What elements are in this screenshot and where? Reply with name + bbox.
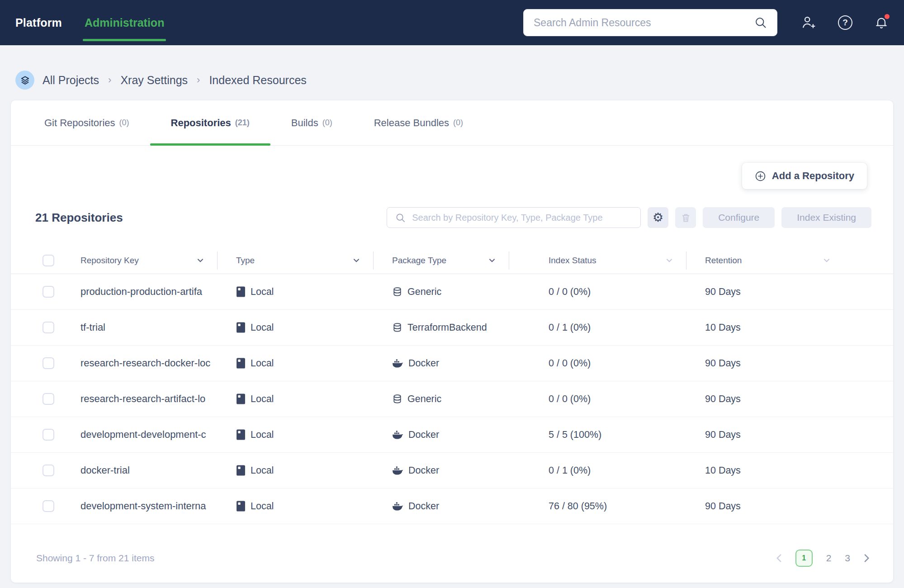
row-checkbox[interactable] <box>43 322 54 333</box>
index-status-cell: 0 / 0 (0%) <box>509 394 686 405</box>
retention-cell: 10 Days <box>686 322 843 333</box>
add-repository-row: Add a Repository <box>11 146 893 189</box>
settings-button[interactable]: ⚙ <box>648 207 668 228</box>
chevron-down-icon[interactable] <box>489 258 495 262</box>
chevron-down-icon[interactable] <box>666 258 672 262</box>
column-header-index-status[interactable]: Index Status <box>509 247 686 274</box>
help-icon[interactable]: ? <box>838 15 852 30</box>
showing-items-label: Showing 1 - 7 from 21 items <box>36 553 154 564</box>
type-label: Local <box>251 501 274 512</box>
generic-package-icon <box>392 394 402 404</box>
row-checkbox[interactable] <box>43 286 54 298</box>
select-all-checkbox[interactable] <box>43 255 54 266</box>
column-label: Type <box>236 256 255 266</box>
index-existing-button[interactable]: Index Existing <box>781 207 871 228</box>
breadcrumb-separator-icon: › <box>108 74 111 86</box>
tab-label: Builds <box>291 117 318 129</box>
table-row[interactable]: tf-trial Local <box>11 310 893 346</box>
resource-tabs: Git Repositories (0) Repositories (21) B… <box>11 100 893 146</box>
table-row[interactable]: research-research-docker-loc Local <box>11 346 893 381</box>
retention-cell: 90 Days <box>686 358 843 369</box>
previous-page-icon[interactable] <box>776 554 782 563</box>
type-label: Local <box>251 394 274 405</box>
table-row[interactable]: production-production-artifa Local <box>11 274 893 310</box>
repository-filter-input[interactable]: Search by Repository Key, Type, Package … <box>387 207 641 228</box>
type-cell: Local <box>217 500 373 512</box>
tab-count: (21) <box>235 118 250 128</box>
projects-layers-icon[interactable] <box>15 71 34 90</box>
tab-builds[interactable]: Builds (0) <box>270 100 353 145</box>
index-status-cell: 0 / 0 (0%) <box>509 358 686 369</box>
type-cell: Local <box>217 393 373 405</box>
package-type-label: Generic <box>407 286 441 298</box>
search-icon <box>754 16 767 29</box>
add-repository-button[interactable]: Add a Repository <box>742 163 867 189</box>
local-repository-icon <box>236 429 246 441</box>
trash-icon <box>681 213 691 223</box>
configure-button[interactable]: Configure <box>703 207 775 228</box>
toolbar-actions: Search by Repository Key, Type, Package … <box>387 207 871 228</box>
docker-icon <box>392 359 403 368</box>
package-type-label: TerraformBackend <box>407 322 487 333</box>
index-status-cell: 5 / 5 (100%) <box>509 429 686 441</box>
retention-cell: 90 Days <box>686 501 843 512</box>
repository-key-cell: research-research-docker-loc <box>62 357 217 369</box>
tab-release-bundles[interactable]: Release Bundles (0) <box>353 100 484 145</box>
page-button-2[interactable]: 2 <box>826 553 832 564</box>
tab-count: (0) <box>453 118 463 128</box>
table-row[interactable]: research-research-artifact-lo Local <box>11 381 893 417</box>
tab-label: Git Repositories <box>44 117 115 129</box>
table-row[interactable]: development-development-c Local <box>11 417 893 453</box>
repository-key-cell: research-research-artifact-lo <box>62 393 217 405</box>
breadcrumb-xray-settings[interactable]: Xray Settings <box>120 74 188 87</box>
tab-repositories[interactable]: Repositories (21) <box>150 100 270 145</box>
column-label: Retention <box>705 256 742 266</box>
page-button-3[interactable]: 3 <box>845 553 850 564</box>
search-icon <box>395 213 406 223</box>
breadcrumb-all-projects[interactable]: All Projects <box>43 74 99 87</box>
row-checkbox[interactable] <box>43 429 54 441</box>
local-repository-icon <box>236 393 246 405</box>
type-cell: Local <box>217 357 373 369</box>
repositories-toolbar: 21 Repositories Search by Repository Key… <box>11 189 893 228</box>
chevron-down-icon[interactable] <box>824 258 830 262</box>
tab-label: Repositories <box>171 117 231 129</box>
package-type-cell: TerraformBackend <box>373 322 509 333</box>
tab-git-repositories[interactable]: Git Repositories (0) <box>24 100 150 145</box>
table-row[interactable]: development-system-interna Local <box>11 488 893 524</box>
table-body: production-production-artifa Local <box>11 274 893 524</box>
repository-key-cell: docker-trial <box>62 465 217 476</box>
row-checkbox[interactable] <box>43 500 54 512</box>
column-header-package-type[interactable]: Package Type <box>373 247 509 274</box>
table-row[interactable]: docker-trial Local <box>11 453 893 488</box>
package-type-label: Docker <box>408 465 439 476</box>
package-type-cell: Docker <box>373 358 509 369</box>
column-header-repository-key[interactable]: Repository Key <box>62 247 217 274</box>
chevron-down-icon[interactable] <box>197 258 204 262</box>
type-cell: Local <box>217 286 373 298</box>
row-checkbox[interactable] <box>43 393 54 405</box>
type-label: Local <box>251 429 274 441</box>
gear-icon: ⚙ <box>653 212 663 224</box>
package-type-cell: Docker <box>373 465 509 476</box>
column-header-retention[interactable]: Retention <box>686 247 843 274</box>
add-user-icon[interactable] <box>801 15 816 30</box>
notifications-bell-icon[interactable] <box>874 15 889 30</box>
row-checkbox[interactable] <box>43 465 54 476</box>
docker-icon <box>392 430 403 440</box>
retention-cell: 90 Days <box>686 286 843 298</box>
admin-search-input[interactable]: Search Admin Resources <box>523 9 777 36</box>
top-navbar: Platform Administration Search Admin Res… <box>0 0 904 45</box>
nav-item-administration[interactable]: Administration <box>83 0 166 45</box>
next-page-icon[interactable] <box>864 554 870 563</box>
page-button-1[interactable]: 1 <box>795 550 813 567</box>
repository-key-cell: development-system-interna <box>62 500 217 512</box>
row-checkbox[interactable] <box>43 357 54 369</box>
delete-button[interactable] <box>675 207 696 228</box>
add-repository-label: Add a Repository <box>772 170 854 182</box>
chevron-down-icon[interactable] <box>353 258 360 262</box>
retention-cell: 90 Days <box>686 394 843 405</box>
nav-item-platform[interactable]: Platform <box>15 16 62 29</box>
retention-cell: 10 Days <box>686 465 843 476</box>
column-header-type[interactable]: Type <box>217 247 373 274</box>
